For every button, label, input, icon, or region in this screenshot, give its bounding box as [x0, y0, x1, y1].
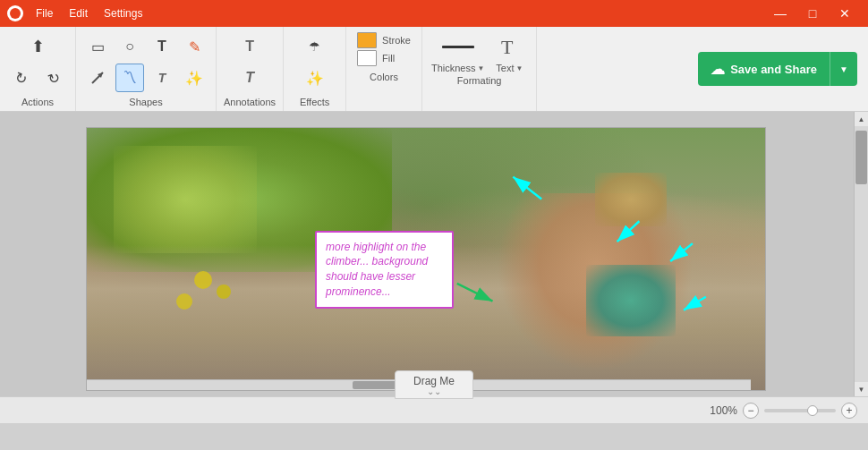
formatting-section: Thickness ▼ T Text ▼ Formating: [422, 27, 537, 111]
actions-label: Actions: [21, 97, 54, 107]
save-share-section: ☁ Save and Share ▼: [687, 27, 868, 111]
annotations-row1: T: [235, 32, 264, 61]
zoom-controls: 100% − +: [434, 403, 857, 419]
effects-section: ☂ ✨ Effects: [284, 27, 346, 111]
thickness-btn[interactable]: [440, 32, 476, 61]
zoom-slider-thumb[interactable]: [807, 405, 818, 416]
shapes-row2: 〽 T ✨: [83, 64, 208, 92]
save-share-button[interactable]: ☁ Save and Share ▼: [698, 52, 857, 86]
yellow-element3: [176, 293, 192, 310]
stroke-row: Stroke: [357, 32, 411, 48]
ellipse-tool[interactable]: ○: [115, 32, 144, 61]
text-label: Text: [496, 63, 514, 73]
arrow-tool[interactable]: [83, 64, 112, 92]
close-button[interactable]: ✕: [829, 0, 861, 27]
save-share-dropdown-btn[interactable]: ▼: [830, 52, 857, 86]
rectangle-tool[interactable]: ▭: [83, 32, 112, 61]
effects-label: Effects: [300, 97, 329, 107]
drag-me-label: Drag Me: [413, 375, 455, 387]
annotation-text-btn[interactable]: T: [235, 32, 264, 61]
colors-section: Stroke Fill Colors: [346, 27, 422, 111]
pencil-tool[interactable]: ✎: [180, 32, 208, 61]
zoom-in-button[interactable]: +: [841, 403, 857, 419]
stroke-swatch[interactable]: [357, 32, 377, 48]
zoom-percent-label: 100%: [710, 404, 737, 417]
annotations-section: T T Annotations: [217, 27, 284, 111]
effects-row2: ✨: [301, 64, 329, 92]
thickness-label: Thickness: [431, 63, 476, 73]
stroke-label: Stroke: [382, 35, 411, 46]
formatting-label: Formating: [457, 75, 502, 86]
undo-button[interactable]: ↺: [3, 59, 39, 96]
v-scroll-track: [855, 126, 868, 382]
vertical-scrollbar[interactable]: ▲ ▼: [854, 112, 868, 396]
grass-highlight: [114, 146, 257, 253]
save-share-label: Save and Share: [730, 63, 817, 76]
formatting-top: Thickness ▼ T Text ▼: [431, 32, 527, 73]
comment-text: more highlight on the climber... backgro…: [326, 241, 428, 298]
minimize-button[interactable]: —: [764, 0, 796, 27]
zoom-out-button[interactable]: −: [743, 403, 759, 419]
freehand-tool[interactable]: 〽: [115, 64, 144, 92]
save-share-main[interactable]: ☁ Save and Share: [698, 52, 830, 86]
yellow-element1: [194, 271, 212, 289]
fill-label: Fill: [382, 53, 395, 64]
blur-effect-btn[interactable]: ☂: [301, 32, 329, 61]
annotations-label: Annotations: [224, 97, 276, 107]
colors-label: Colors: [370, 72, 398, 82]
bottom-bar: Drag Me ⌄⌄ 100% − +: [0, 396, 868, 423]
thickness-dropdown[interactable]: Thickness ▼: [431, 63, 484, 73]
menu-edit[interactable]: Edit: [62, 5, 95, 21]
canvas-area: more highlight on the climber... backgro…: [0, 112, 868, 396]
menu-file[interactable]: File: [29, 5, 60, 21]
text-format-btn[interactable]: T: [491, 32, 527, 61]
shapes-section: ▭ ○ T ✎ 〽 T ✨ Shapes: [76, 27, 217, 111]
fill-row: Fill: [357, 50, 411, 66]
climber-hair: [595, 173, 667, 226]
annotation-type2-btn[interactable]: T: [235, 64, 264, 92]
save-share-cloud-icon: ☁: [711, 61, 725, 78]
thickness-chevron-icon: ▼: [477, 64, 484, 72]
image-container[interactable]: more highlight on the climber... backgro…: [86, 127, 766, 391]
fill-swatch[interactable]: [357, 50, 377, 66]
annotation-tool[interactable]: T: [148, 64, 176, 92]
photo-background: more highlight on the climber... backgro…: [87, 128, 765, 390]
drag-chevrons-icon: ⌄⌄: [427, 387, 441, 396]
title-bar-controls: — □ ✕: [764, 0, 861, 27]
shapes-label: Shapes: [129, 97, 162, 107]
annotations-row2: T: [235, 64, 264, 92]
redo-button[interactable]: ↻: [35, 59, 72, 96]
text-chevron-icon: ▼: [515, 64, 523, 72]
cursor-tool[interactable]: ⬆: [23, 32, 52, 61]
text-control: T Text ▼: [491, 32, 527, 73]
yellow-element2: [217, 284, 231, 299]
title-bar-left: File Edit Settings: [7, 5, 149, 21]
app-icon-inner: [10, 8, 21, 19]
title-bar: File Edit Settings — □ ✕: [0, 0, 868, 27]
v-scroll-thumb[interactable]: [855, 131, 867, 184]
maximize-button[interactable]: □: [796, 0, 829, 27]
actions-section: ⬆ ↺ ↻ Actions: [0, 27, 76, 111]
text-dropdown[interactable]: Text ▼: [496, 63, 523, 73]
drag-me-tab[interactable]: Drag Me ⌄⌄: [395, 370, 473, 399]
thickness-control: Thickness ▼: [431, 32, 484, 73]
actions-icons: ⬆: [23, 32, 52, 61]
text-tool-shape[interactable]: T: [148, 32, 176, 61]
shapes-row1: ▭ ○ T ✎: [83, 32, 208, 61]
actions-row2: ↺ ↻: [7, 64, 68, 92]
menu-items: File Edit Settings: [29, 5, 149, 21]
app-icon: [7, 5, 23, 21]
comment-box: more highlight on the climber... backgro…: [315, 231, 454, 309]
scroll-down-button[interactable]: ▼: [855, 382, 869, 396]
svg-text:T: T: [501, 36, 514, 58]
climber-shirt: [586, 265, 676, 336]
save-share-chevron-icon: ▼: [839, 64, 848, 74]
scroll-up-button[interactable]: ▲: [855, 112, 869, 126]
effects-row1: ☂: [301, 32, 329, 61]
menu-settings[interactable]: Settings: [97, 5, 149, 21]
brush-tool[interactable]: ✨: [180, 64, 208, 92]
highlight-effect-btn[interactable]: ✨: [301, 64, 329, 92]
toolbar: ⬆ ↺ ↻ Actions ▭ ○ T ✎ 〽 T ✨ Shapes T: [0, 27, 868, 112]
thickness-line-visual: [442, 46, 474, 48]
zoom-slider[interactable]: [764, 409, 836, 412]
